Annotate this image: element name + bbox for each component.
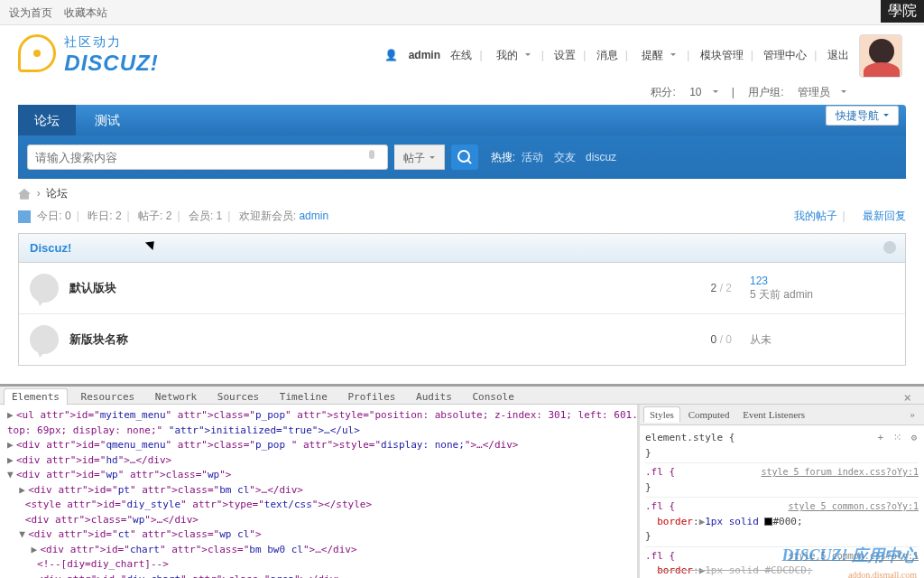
collapse-icon[interactable] (883, 241, 896, 254)
hot-link[interactable]: 活动 (522, 151, 543, 163)
quicknav-button[interactable]: 快捷导航 (826, 106, 899, 126)
logo-bubble-icon (18, 34, 56, 72)
devtools-tab-network[interactable]: Network (148, 389, 204, 405)
main-nav: 论坛 测试 快捷导航 (18, 105, 906, 135)
forum-link[interactable]: 新版块名称 (69, 332, 128, 346)
devtools-tab-sources[interactable]: Sources (210, 389, 266, 405)
newest-member-link[interactable]: admin (299, 210, 328, 222)
forum-counts: 0 / 0 (660, 333, 732, 346)
points-label: 积分: (651, 86, 675, 98)
board-title[interactable]: Discuz! (30, 241, 71, 255)
devtools-tab-console[interactable]: Console (465, 389, 521, 405)
messages-link[interactable]: 消息 (596, 49, 618, 61)
logo[interactable]: 社区动力 DISCUZ! (18, 34, 159, 76)
mic-icon[interactable] (365, 150, 378, 164)
mgmt-center-link[interactable]: 管理中心 (763, 49, 807, 61)
remind-menu[interactable]: 提醒 (638, 49, 679, 61)
my-posts-link[interactable]: 我的帖子 (794, 210, 837, 222)
user-icon: 👤 (384, 49, 398, 61)
mine-menu[interactable]: 我的 (493, 49, 534, 61)
search-bar: 帖子 热搜: 活动 交友 discuz (18, 135, 906, 179)
last-post-meta: 5 天前 admin (750, 288, 813, 301)
logo-cn: 社区动力 (64, 34, 158, 51)
source-link[interactable]: style 5 common.css?oYy:1 (789, 499, 919, 513)
crumb-forum[interactable]: 论坛 (46, 187, 68, 200)
styles-tab[interactable]: Styles (643, 406, 680, 423)
home-icon[interactable] (18, 189, 31, 200)
search-button[interactable] (451, 144, 478, 170)
online-label: 在线 (450, 49, 472, 61)
devtools-tab-audits[interactable]: Audits (409, 389, 459, 405)
forum-row: 默认版块 2 / 2 123 5 天前 admin (19, 263, 905, 314)
logo-en: DISCUZ! (64, 51, 158, 76)
logout-link[interactable]: 退出 (827, 49, 849, 61)
search-scope-select[interactable]: 帖子 (394, 144, 445, 170)
forum-stats: 今日: 0| 昨日: 2| 帖子: 2| 会员: 1| 欢迎新会员: admin… (18, 209, 906, 224)
group-value: 管理员 (798, 86, 830, 98)
board-panel: Discuz! 默认版块 2 / 2 123 5 天前 admin 新版块名称 … (18, 233, 906, 366)
last-post-link[interactable]: 123 (750, 275, 768, 287)
username-link[interactable]: admin (409, 49, 440, 61)
dom-tree[interactable]: ▶<ul attr">id="myitem_menu" attr">class=… (0, 405, 640, 578)
group-label: 用户组: (748, 86, 783, 98)
devtools-close-icon[interactable]: × (897, 388, 919, 406)
forum-row: 新版块名称 0 / 0 从未 (19, 314, 905, 365)
points-value: 10 (689, 86, 701, 98)
styles-pane: Styles Computed Event Listeners » elemen… (640, 405, 924, 578)
element-style-label: element.style { (645, 432, 735, 443)
toggle-states-icon[interactable]: ⁙ (893, 432, 901, 443)
new-rule-icon[interactable]: + (878, 432, 884, 443)
search-input[interactable] (27, 144, 388, 170)
corner-badge: 學院 (881, 0, 924, 23)
latest-reply-link[interactable]: 最新回复 (863, 210, 906, 222)
listeners-tab[interactable]: Event Listeners (737, 407, 810, 422)
settings-link[interactable]: 设置 (554, 49, 576, 61)
chevron-right-icon[interactable]: » (905, 406, 921, 421)
last-post-meta: 从未 (750, 333, 772, 346)
source-link[interactable]: style 5 forum index.css?oYy:1 (761, 465, 919, 479)
hot-link[interactable]: discuz (586, 151, 616, 163)
fav-site-link[interactable]: 收藏本站 (64, 6, 107, 19)
forum-bubble-icon (30, 325, 59, 354)
forum-counts: 2 / 2 (660, 282, 732, 294)
stats-icon[interactable] (18, 210, 31, 223)
devtools-panel: Elements Resources Network Sources Timel… (0, 384, 924, 578)
devtools-tab-resources[interactable]: Resources (74, 389, 143, 405)
set-home-link[interactable]: 设为首页 (9, 6, 52, 19)
hot-link[interactable]: 交友 (554, 151, 576, 163)
gear-icon[interactable]: ⚙ (910, 432, 917, 443)
forum-bubble-icon (30, 274, 59, 303)
forum-link[interactable]: 默认版块 (69, 281, 116, 294)
devtools-tab-profiles[interactable]: Profiles (340, 389, 402, 405)
hot-label: 热搜: (491, 151, 515, 163)
devtools-tabs: Elements Resources Network Sources Timel… (0, 387, 924, 405)
computed-tab[interactable]: Computed (683, 407, 735, 422)
devtools-tab-timeline[interactable]: Timeline (273, 389, 335, 405)
source-link[interactable]: style 5 common.css?oYy:1 (789, 549, 919, 563)
nav-test[interactable]: 测试 (79, 105, 136, 135)
breadcrumb: › 论坛 (18, 186, 906, 201)
mod-mgmt-link[interactable]: 模块管理 (700, 49, 744, 61)
nav-forum[interactable]: 论坛 (18, 105, 76, 135)
avatar[interactable] (859, 34, 902, 78)
devtools-tab-elements[interactable]: Elements (4, 388, 68, 406)
